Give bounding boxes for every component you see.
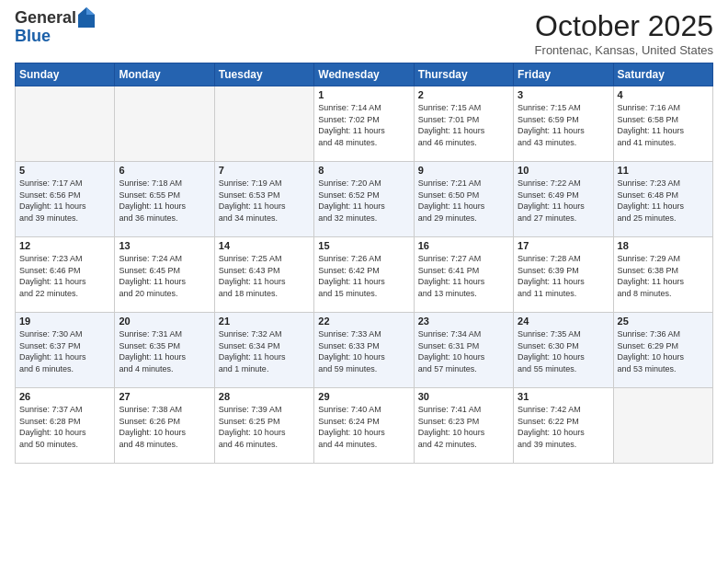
subtitle: Frontenac, Kansas, United States: [535, 43, 713, 57]
col-monday: Monday: [115, 63, 214, 86]
day-number: 12: [19, 240, 110, 251]
day-info: Sunrise: 7:23 AM Sunset: 6:48 PM Dayligh…: [618, 178, 709, 224]
table-row: 1Sunrise: 7:14 AM Sunset: 7:02 PM Daylig…: [314, 86, 414, 162]
table-row: 16Sunrise: 7:27 AM Sunset: 6:41 PM Dayli…: [414, 237, 513, 313]
table-row: 11Sunrise: 7:23 AM Sunset: 6:48 PM Dayli…: [613, 162, 712, 237]
day-number: 13: [119, 240, 210, 251]
day-info: Sunrise: 7:29 AM Sunset: 6:38 PM Dayligh…: [618, 253, 709, 299]
day-number: 10: [518, 165, 609, 176]
day-number: 19: [19, 316, 110, 327]
day-info: Sunrise: 7:22 AM Sunset: 6:49 PM Dayligh…: [518, 178, 609, 224]
day-number: 20: [119, 316, 210, 327]
day-info: Sunrise: 7:19 AM Sunset: 6:53 PM Dayligh…: [219, 178, 310, 224]
col-thursday: Thursday: [414, 63, 513, 86]
day-number: 18: [618, 240, 709, 251]
day-number: 23: [418, 316, 509, 327]
day-number: 29: [318, 391, 409, 402]
page: General Blue October 2025 Frontenac, Kan…: [0, 0, 728, 563]
day-number: 27: [119, 391, 210, 402]
day-number: 1: [318, 89, 409, 100]
table-row: 30Sunrise: 7:41 AM Sunset: 6:23 PM Dayli…: [414, 388, 513, 464]
day-number: 2: [418, 89, 509, 100]
day-info: Sunrise: 7:35 AM Sunset: 6:30 PM Dayligh…: [518, 328, 609, 374]
calendar-week-row: 19Sunrise: 7:30 AM Sunset: 6:37 PM Dayli…: [16, 313, 713, 388]
day-number: 8: [318, 165, 409, 176]
day-number: 9: [418, 165, 509, 176]
day-number: 21: [219, 316, 310, 327]
day-info: Sunrise: 7:24 AM Sunset: 6:45 PM Dayligh…: [119, 253, 210, 299]
day-info: Sunrise: 7:41 AM Sunset: 6:23 PM Dayligh…: [418, 404, 509, 450]
table-row: 8Sunrise: 7:20 AM Sunset: 6:52 PM Daylig…: [314, 162, 414, 237]
logo-general: General: [15, 9, 76, 28]
day-info: Sunrise: 7:39 AM Sunset: 6:25 PM Dayligh…: [219, 404, 310, 450]
table-row: 29Sunrise: 7:40 AM Sunset: 6:24 PM Dayli…: [314, 388, 414, 464]
calendar-week-row: 5Sunrise: 7:17 AM Sunset: 6:56 PM Daylig…: [16, 162, 713, 237]
table-row: 13Sunrise: 7:24 AM Sunset: 6:45 PM Dayli…: [115, 237, 214, 313]
month-title: October 2025: [535, 9, 713, 43]
day-number: 3: [518, 89, 609, 100]
table-row: 21Sunrise: 7:32 AM Sunset: 6:34 PM Dayli…: [214, 313, 313, 388]
day-number: 26: [19, 391, 110, 402]
svg-marker-1: [86, 7, 95, 15]
day-info: Sunrise: 7:23 AM Sunset: 6:46 PM Dayligh…: [19, 253, 110, 299]
day-info: Sunrise: 7:18 AM Sunset: 6:55 PM Dayligh…: [119, 178, 210, 224]
day-info: Sunrise: 7:14 AM Sunset: 7:02 PM Dayligh…: [318, 102, 409, 148]
day-number: 30: [418, 391, 509, 402]
day-info: Sunrise: 7:38 AM Sunset: 6:26 PM Dayligh…: [119, 404, 210, 450]
table-row: 14Sunrise: 7:25 AM Sunset: 6:43 PM Dayli…: [214, 237, 313, 313]
logo-text: General Blue: [15, 9, 95, 46]
table-row: 19Sunrise: 7:30 AM Sunset: 6:37 PM Dayli…: [16, 313, 115, 388]
col-friday: Friday: [514, 63, 613, 86]
table-row: 18Sunrise: 7:29 AM Sunset: 6:38 PM Dayli…: [613, 237, 712, 313]
day-info: Sunrise: 7:40 AM Sunset: 6:24 PM Dayligh…: [318, 404, 409, 450]
table-row: 26Sunrise: 7:37 AM Sunset: 6:28 PM Dayli…: [16, 388, 115, 464]
calendar-header-row: Sunday Monday Tuesday Wednesday Thursday…: [16, 63, 713, 86]
table-row: 28Sunrise: 7:39 AM Sunset: 6:25 PM Dayli…: [214, 388, 313, 464]
table-row: [16, 86, 115, 162]
day-number: 14: [219, 240, 310, 251]
col-wednesday: Wednesday: [314, 63, 414, 86]
calendar-week-row: 12Sunrise: 7:23 AM Sunset: 6:46 PM Dayli…: [16, 237, 713, 313]
day-info: Sunrise: 7:21 AM Sunset: 6:50 PM Dayligh…: [418, 178, 509, 224]
table-row: 22Sunrise: 7:33 AM Sunset: 6:33 PM Dayli…: [314, 313, 414, 388]
day-number: 6: [119, 165, 210, 176]
table-row: 31Sunrise: 7:42 AM Sunset: 6:22 PM Dayli…: [514, 388, 613, 464]
header: General Blue October 2025 Frontenac, Kan…: [15, 9, 713, 57]
table-row: 3Sunrise: 7:15 AM Sunset: 6:59 PM Daylig…: [514, 86, 613, 162]
logo-icon: [78, 7, 95, 28]
logo: General Blue: [15, 9, 95, 46]
calendar-week-row: 1Sunrise: 7:14 AM Sunset: 7:02 PM Daylig…: [16, 86, 713, 162]
col-saturday: Saturday: [613, 63, 712, 86]
day-number: 17: [518, 240, 609, 251]
day-info: Sunrise: 7:17 AM Sunset: 6:56 PM Dayligh…: [19, 178, 110, 224]
logo-blue: Blue: [15, 27, 51, 45]
table-row: 9Sunrise: 7:21 AM Sunset: 6:50 PM Daylig…: [414, 162, 513, 237]
day-number: 4: [618, 89, 709, 100]
day-info: Sunrise: 7:37 AM Sunset: 6:28 PM Dayligh…: [19, 404, 110, 450]
day-info: Sunrise: 7:16 AM Sunset: 6:58 PM Dayligh…: [618, 102, 709, 148]
day-number: 15: [318, 240, 409, 251]
table-row: 20Sunrise: 7:31 AM Sunset: 6:35 PM Dayli…: [115, 313, 214, 388]
table-row: 5Sunrise: 7:17 AM Sunset: 6:56 PM Daylig…: [16, 162, 115, 237]
table-row: [115, 86, 214, 162]
day-number: 28: [219, 391, 310, 402]
day-info: Sunrise: 7:15 AM Sunset: 6:59 PM Dayligh…: [518, 102, 609, 148]
day-info: Sunrise: 7:26 AM Sunset: 6:42 PM Dayligh…: [318, 253, 409, 299]
day-info: Sunrise: 7:31 AM Sunset: 6:35 PM Dayligh…: [119, 328, 210, 374]
day-info: Sunrise: 7:28 AM Sunset: 6:39 PM Dayligh…: [518, 253, 609, 299]
col-tuesday: Tuesday: [214, 63, 313, 86]
day-info: Sunrise: 7:15 AM Sunset: 7:01 PM Dayligh…: [418, 102, 509, 148]
table-row: 23Sunrise: 7:34 AM Sunset: 6:31 PM Dayli…: [414, 313, 513, 388]
day-number: 16: [418, 240, 509, 251]
table-row: [214, 86, 313, 162]
calendar-table: Sunday Monday Tuesday Wednesday Thursday…: [15, 63, 713, 464]
title-block: October 2025 Frontenac, Kansas, United S…: [535, 9, 713, 57]
table-row: 15Sunrise: 7:26 AM Sunset: 6:42 PM Dayli…: [314, 237, 414, 313]
day-number: 7: [219, 165, 310, 176]
table-row: [613, 388, 712, 464]
table-row: 4Sunrise: 7:16 AM Sunset: 6:58 PM Daylig…: [613, 86, 712, 162]
day-number: 31: [518, 391, 609, 402]
day-info: Sunrise: 7:42 AM Sunset: 6:22 PM Dayligh…: [518, 404, 609, 450]
day-info: Sunrise: 7:30 AM Sunset: 6:37 PM Dayligh…: [19, 328, 110, 374]
day-number: 11: [618, 165, 709, 176]
